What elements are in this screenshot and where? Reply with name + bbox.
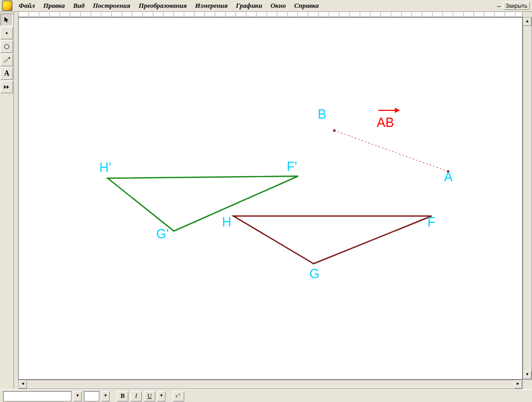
geometry-svg (19, 18, 522, 379)
pointer-icon (3, 16, 10, 23)
triangle-fgh[interactable] (233, 216, 432, 264)
text-color-dropdown[interactable]: ▼ (157, 391, 166, 401)
script-icon (3, 83, 10, 91)
menu-window[interactable]: Окно (267, 1, 290, 11)
menu-help[interactable]: Справка (290, 1, 322, 11)
menu-bar: Файл Правка Вид Построения Преобразовани… (0, 0, 532, 12)
label-a[interactable]: A (444, 169, 453, 184)
menu-graph[interactable]: Графики (232, 1, 267, 11)
italic-button[interactable]: I (130, 391, 142, 401)
label-fp[interactable]: F' (287, 159, 297, 174)
math-format-button[interactable]: xy (173, 391, 184, 401)
tool-line[interactable] (1, 54, 13, 66)
text-icon: A (4, 69, 9, 78)
menu-view[interactable]: Вид (69, 1, 88, 11)
font-family-field[interactable] (3, 391, 71, 401)
tool-palette: A (0, 12, 14, 389)
workspace: A B A F G H F' G' H' (0, 12, 532, 389)
scroll-up-button[interactable]: ▲ (523, 18, 531, 26)
tool-point[interactable] (1, 27, 13, 39)
line-icon (3, 56, 10, 64)
svg-point-1 (5, 45, 9, 49)
vector-overline-arrow (378, 110, 399, 111)
minimize-button[interactable]: – (495, 2, 503, 10)
menu-edit[interactable]: Правка (39, 1, 69, 11)
math-icon: xy (174, 392, 183, 399)
scroll-left-button[interactable]: ◄ (19, 380, 27, 389)
drawing-canvas[interactable]: B A F G H F' G' H' AB (18, 17, 523, 380)
point-b-dot[interactable] (333, 130, 336, 132)
label-b[interactable]: B (318, 107, 327, 122)
label-f[interactable]: F (427, 214, 435, 229)
svg-point-0 (6, 32, 8, 34)
svg-point-3 (9, 57, 10, 59)
svg-text:x: x (175, 393, 178, 398)
label-hp[interactable]: H' (99, 160, 111, 175)
underline-button[interactable]: U (144, 391, 155, 401)
app-icon (2, 1, 12, 11)
font-family-dropdown[interactable]: ▼ (73, 391, 82, 401)
tool-script[interactable] (1, 81, 13, 93)
menu-construct[interactable]: Построения (89, 1, 135, 11)
scroll-right-button[interactable]: ► (514, 380, 522, 389)
menu-transform[interactable]: Преобразования (135, 1, 191, 11)
close-button[interactable]: Закрыть (503, 2, 530, 10)
menu-file[interactable]: Файл (14, 1, 39, 11)
point-icon (3, 30, 10, 37)
menu-measure[interactable]: Измерения (191, 1, 232, 11)
vector-label-ab[interactable]: AB (377, 115, 394, 130)
scrollbar-vertical[interactable]: ▲ ▼ (523, 17, 532, 380)
scroll-down-button[interactable]: ▼ (523, 371, 531, 379)
tool-pointer[interactable] (1, 13, 13, 26)
svg-text:y: y (179, 392, 181, 396)
scrollbar-horizontal[interactable]: ◄ ► (18, 380, 523, 389)
circle-icon (3, 43, 10, 50)
tool-circle[interactable] (1, 40, 13, 53)
triangle-fpgphp[interactable] (108, 176, 298, 231)
tool-text[interactable]: A (1, 67, 13, 80)
text-format-bar: ▼ ▼ B I U ▼ xy (0, 389, 532, 402)
bold-button[interactable]: B (117, 391, 128, 401)
svg-line-2 (4, 58, 10, 63)
label-g[interactable]: G (309, 266, 319, 281)
label-h[interactable]: H (222, 214, 231, 229)
canvas-container: B A F G H F' G' H' AB ▲ ▼ ◄ ► (14, 12, 532, 389)
vector-ab-line[interactable] (334, 131, 448, 171)
font-size-field[interactable] (84, 391, 99, 401)
ruler-horizontal (18, 12, 523, 17)
font-size-dropdown[interactable]: ▼ (101, 391, 110, 401)
label-gp[interactable]: G' (156, 226, 169, 241)
